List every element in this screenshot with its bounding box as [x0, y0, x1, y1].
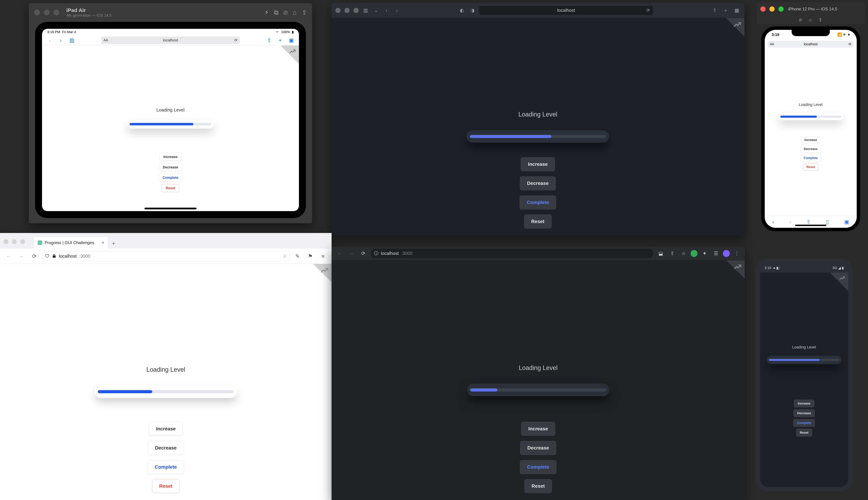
visbug-badge[interactable]	[719, 260, 745, 286]
increase-button[interactable]: Increase	[149, 422, 183, 436]
window-traffic-lights[interactable]	[761, 7, 784, 12]
visbug-badge[interactable]	[306, 264, 332, 290]
minimize-dot[interactable]	[44, 10, 50, 15]
camera-icon[interactable]: ⎚	[284, 9, 287, 16]
minimize-dot[interactable]	[769, 7, 775, 12]
reload-icon[interactable]: ⟳	[646, 8, 650, 13]
shield-icon[interactable]: 🛡︎	[45, 253, 49, 259]
increase-button[interactable]: Increase	[794, 400, 814, 407]
extensions-puzzle-icon[interactable]: ✦	[700, 249, 709, 258]
bolt-icon[interactable]: ⚡︎	[264, 9, 269, 16]
decrease-button[interactable]: Decrease	[159, 163, 182, 171]
home-indicator[interactable]	[145, 208, 196, 209]
appearance-icon[interactable]: ◑	[469, 7, 476, 14]
complete-button[interactable]: Complete	[159, 174, 182, 182]
home-indicator[interactable]	[795, 225, 826, 226]
increase-button[interactable]: Increase	[521, 422, 555, 436]
url-bar[interactable]: 🛡︎ 🔒︎ localhost:3000 ☆	[42, 251, 289, 261]
back-button[interactable]: ‹	[772, 219, 774, 225]
complete-button[interactable]: Complete	[800, 155, 821, 161]
close-dot[interactable]	[34, 10, 40, 15]
home-icon[interactable]: ⌂	[293, 9, 297, 16]
url-bar[interactable]: AA localhost ⟳	[768, 41, 854, 48]
back-button[interactable]: ‹	[46, 37, 53, 44]
info-icon[interactable]: ⓘ	[374, 250, 378, 257]
extension-icon[interactable]: ⚑	[305, 251, 315, 261]
home-icon[interactable]: ⌂	[809, 17, 812, 23]
reading-list-icon[interactable]: ☰	[711, 249, 720, 258]
tabs-icon[interactable]: ▣	[844, 219, 849, 225]
sidebar-icon[interactable]: ▥	[68, 37, 75, 44]
complete-button[interactable]: Complete	[793, 419, 815, 427]
decrease-button[interactable]: Decrease	[520, 177, 556, 190]
extension-icon[interactable]	[690, 250, 698, 257]
close-tab-icon[interactable]: ×	[102, 240, 104, 245]
share-icon[interactable]: ⇧	[266, 37, 273, 44]
complete-button[interactable]: Complete	[148, 460, 184, 474]
bookmark-star-icon[interactable]: ☆	[679, 249, 688, 258]
tabs-icon[interactable]: ▦	[733, 7, 740, 14]
window-traffic-lights[interactable]	[3, 239, 25, 244]
increase-button[interactable]: Increase	[159, 153, 181, 161]
decrease-button[interactable]: Decrease	[800, 146, 821, 152]
new-tab-button[interactable]: ＋	[108, 238, 119, 249]
reload-icon[interactable]: ⟳	[235, 38, 238, 43]
aa-icon[interactable]: AA	[103, 38, 108, 42]
forward-button[interactable]: →	[16, 251, 26, 261]
share-icon[interactable]: ⇪	[819, 17, 822, 23]
zoom-dot[interactable]	[353, 8, 359, 13]
forward-button[interactable]: →	[347, 249, 356, 258]
back-button[interactable]: ←	[3, 251, 13, 261]
eyedropper-icon[interactable]: ✎	[292, 251, 302, 261]
visbug-badge[interactable]	[718, 18, 744, 44]
complete-button[interactable]: Complete	[519, 195, 556, 209]
reset-button[interactable]: Reset	[796, 429, 812, 436]
reset-button[interactable]: Reset	[162, 184, 179, 192]
complete-button[interactable]: Complete	[520, 460, 556, 474]
visbug-badge[interactable]	[822, 273, 848, 299]
menu-dots-icon[interactable]: ⋮	[732, 249, 741, 258]
share-icon[interactable]: ⇧	[668, 249, 677, 258]
screenshot-icon[interactable]: ⧉	[274, 9, 278, 16]
increase-button[interactable]: Increase	[521, 157, 555, 171]
menu-icon[interactable]: ≡	[318, 251, 328, 261]
bookmarks-icon[interactable]: ▯	[826, 219, 829, 225]
share-icon[interactable]: ⇧	[807, 219, 811, 225]
new-tab-icon[interactable]: ＋	[722, 7, 729, 14]
chevron-down-icon[interactable]: ⌄	[373, 7, 379, 14]
aa-icon[interactable]: AA	[770, 42, 774, 46]
reset-button[interactable]: Reset	[152, 479, 180, 493]
tabs-icon[interactable]: ▣	[288, 37, 295, 44]
browser-tab[interactable]: Progress | GUI Challenges ×	[34, 237, 108, 249]
reload-button[interactable]: ⟳	[29, 251, 39, 261]
url-bar[interactable]: AA localhost ⟳	[101, 36, 240, 44]
minimize-dot[interactable]	[344, 8, 350, 13]
close-dot[interactable]	[3, 239, 8, 244]
back-button[interactable]: ←	[335, 249, 344, 258]
window-traffic-lights[interactable]	[34, 10, 59, 15]
extension-icon[interactable]	[723, 250, 730, 257]
minimize-dot[interactable]	[12, 239, 17, 244]
increase-button[interactable]: Increase	[801, 136, 820, 144]
reload-icon[interactable]: ⟳	[848, 42, 852, 46]
window-traffic-lights[interactable]	[335, 8, 359, 13]
share-icon[interactable]: ⇪	[302, 9, 307, 16]
reset-button[interactable]: Reset	[524, 215, 551, 228]
decrease-button[interactable]: Decrease	[520, 441, 556, 455]
zoom-dot[interactable]	[20, 239, 25, 244]
new-tab-icon[interactable]: ＋	[277, 37, 284, 44]
forward-button[interactable]: ›	[789, 219, 791, 225]
bookmark-star-icon[interactable]: ☆	[283, 253, 287, 259]
reset-button[interactable]: Reset	[524, 479, 552, 493]
share-icon[interactable]: ⇧	[711, 7, 718, 14]
zoom-dot[interactable]	[54, 10, 59, 15]
decrease-button[interactable]: Decrease	[148, 441, 184, 455]
back-button[interactable]: ‹	[383, 7, 390, 14]
zoom-dot[interactable]	[778, 7, 784, 12]
url-bar[interactable]: localhost ⟳	[479, 6, 653, 15]
shield-icon[interactable]: ◐	[458, 7, 466, 14]
screenshot-icon[interactable]: ⎚	[799, 17, 802, 23]
reload-button[interactable]: ⟳	[359, 249, 368, 258]
forward-button[interactable]: ›	[57, 37, 64, 44]
decrease-button[interactable]: Decrease	[793, 409, 815, 417]
